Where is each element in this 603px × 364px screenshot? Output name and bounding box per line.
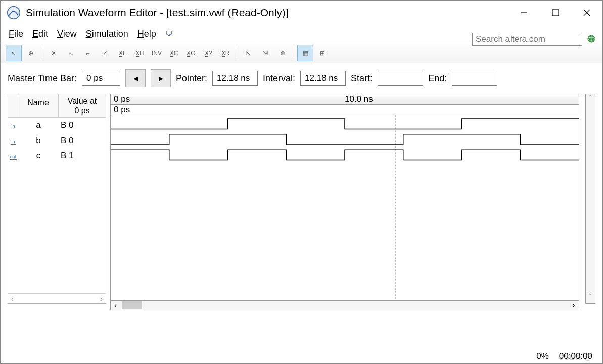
statusbar: 0% 00:00:00 <box>1 349 602 363</box>
group-1[interactable]: ⇱ <box>240 45 256 61</box>
pin-in-icon: in <box>11 139 15 145</box>
start-label: Start: <box>351 73 373 84</box>
waveform-panel: 0 ps 10.0 ns 0 ps ‹ › <box>110 94 579 304</box>
signal-hscroll[interactable]: ‹ › <box>8 293 106 303</box>
signal-header: Name Value at0 ps <box>8 94 106 118</box>
ruler-origin: 0 ps <box>114 94 130 104</box>
ruler-mark-10ns: 10.0 ns <box>345 94 373 104</box>
grid-tool[interactable]: ▦ <box>297 45 313 61</box>
interval-label: Interval: <box>263 73 295 84</box>
group-2[interactable]: ⇲ <box>257 45 273 61</box>
inv-tool[interactable]: INV <box>149 45 165 61</box>
pin-in-icon: in <box>11 124 15 129</box>
wave-c <box>111 150 579 160</box>
signal-name: b <box>18 135 59 146</box>
menu-help[interactable]: Help <box>134 28 159 40</box>
window-title: Simulation Waveform Editor - [test.sim.v… <box>26 7 508 19</box>
zoom-tool[interactable]: ⊕ <box>23 45 39 61</box>
search-input[interactable] <box>472 33 582 46</box>
signal-value: B 0 <box>59 120 106 130</box>
xh-tool[interactable]: X̲H <box>131 45 148 61</box>
scroll-left-icon[interactable]: ‹ <box>11 295 14 303</box>
menu-view[interactable]: View <box>54 28 80 40</box>
menu-edit[interactable]: Edit <box>29 28 51 40</box>
status-time: 00:00:00 <box>559 351 592 361</box>
maximize-button[interactable] <box>540 1 571 25</box>
minimize-button[interactable] <box>508 1 540 25</box>
globe-icon[interactable] <box>587 35 595 43</box>
signal-row[interactable]: in b B 0 <box>8 133 106 148</box>
waveform-canvas[interactable] <box>110 115 579 301</box>
titlebar: Simulation Waveform Editor - [test.sim.v… <box>1 1 602 25</box>
main-area: Name Value at0 ps in a B 0in b B 0out c … <box>1 94 602 311</box>
low-tool[interactable]: ⎁ <box>63 45 79 61</box>
scroll-left-icon[interactable]: ‹ <box>111 301 121 310</box>
status-percent: 0% <box>536 351 549 361</box>
waveform-vscroll[interactable]: ˄ ˅ <box>585 94 595 304</box>
z-tool[interactable]: Z <box>97 45 113 61</box>
toolbar: ↖⊕✕⎁⌐ZX̲LX̲HINVX̲CX̲OX̲?X̲R⇱⇲⟰▦⊞ <box>1 43 602 63</box>
pointer-tool[interactable]: ↖ <box>6 45 22 61</box>
pointer-label: Pointer: <box>176 73 207 84</box>
wave-b <box>111 134 579 145</box>
menu-simulation[interactable]: Simulation <box>83 28 131 40</box>
svg-point-0 <box>8 7 20 19</box>
signal-value: B 1 <box>59 151 106 161</box>
group-3[interactable]: ⟰ <box>274 45 291 61</box>
end-label: End: <box>428 73 447 84</box>
end-field[interactable] <box>452 71 497 86</box>
scroll-right-icon[interactable]: › <box>569 301 579 310</box>
scroll-right-icon[interactable]: › <box>100 295 103 303</box>
xc-tool[interactable]: X̲C <box>166 45 182 61</box>
menu-file[interactable]: File <box>6 28 26 40</box>
master-time-bar-label: Master Time Bar: <box>8 73 77 84</box>
interval-field[interactable]: 12.18 ns <box>300 71 346 86</box>
scroll-thumb[interactable] <box>122 301 142 309</box>
signal-name: a <box>18 120 59 130</box>
signal-row[interactable]: out c B 1 <box>8 148 106 163</box>
xq-tool[interactable]: X̲? <box>200 45 216 61</box>
xl-tool[interactable]: X̲L <box>114 45 130 61</box>
wave-a <box>111 119 579 129</box>
close-button[interactable] <box>571 1 602 25</box>
svg-rect-2 <box>552 10 559 16</box>
xo-tool[interactable]: X̲O <box>183 45 199 61</box>
signal-panel: Name Value at0 ps in a B 0in b B 0out c … <box>8 94 106 304</box>
signal-name: c <box>18 151 59 161</box>
sub-ruler-origin: 0 ps <box>114 105 130 115</box>
scroll-up-icon[interactable]: ˄ <box>586 94 595 104</box>
step-right-button[interactable]: ▸ <box>151 69 171 87</box>
time-sub-ruler[interactable]: 0 ps <box>110 105 579 115</box>
time-ruler[interactable]: 0 ps 10.0 ns <box>110 94 579 105</box>
help-bubble-icon[interactable]: 🗨 <box>162 29 175 39</box>
col-value[interactable]: Value at0 ps <box>59 94 106 117</box>
pin-out-icon: out <box>10 154 17 160</box>
signal-value: B 0 <box>59 135 106 146</box>
master-time-bar-field[interactable]: 0 ps <box>82 71 120 86</box>
window-controls <box>508 1 602 25</box>
step-left-button[interactable]: ◂ <box>125 69 146 87</box>
start-field[interactable] <box>378 71 423 86</box>
xx-tool[interactable]: ✕ <box>45 45 62 61</box>
pointer-field[interactable]: 12.18 ns <box>212 71 258 86</box>
high-tool[interactable]: ⌐ <box>80 45 96 61</box>
time-controls: Master Time Bar: 0 ps ◂ ▸ Pointer: 12.18… <box>1 63 602 94</box>
app-icon <box>7 6 21 20</box>
xr-tool[interactable]: X̲R <box>217 45 234 61</box>
scroll-down-icon[interactable]: ˅ <box>586 293 595 303</box>
col-name[interactable]: Name <box>18 94 59 117</box>
signal-row[interactable]: in a B 0 <box>8 118 106 133</box>
snaps-tool[interactable]: ⊞ <box>314 45 331 61</box>
waveform-hscroll[interactable]: ‹ › <box>110 301 579 310</box>
